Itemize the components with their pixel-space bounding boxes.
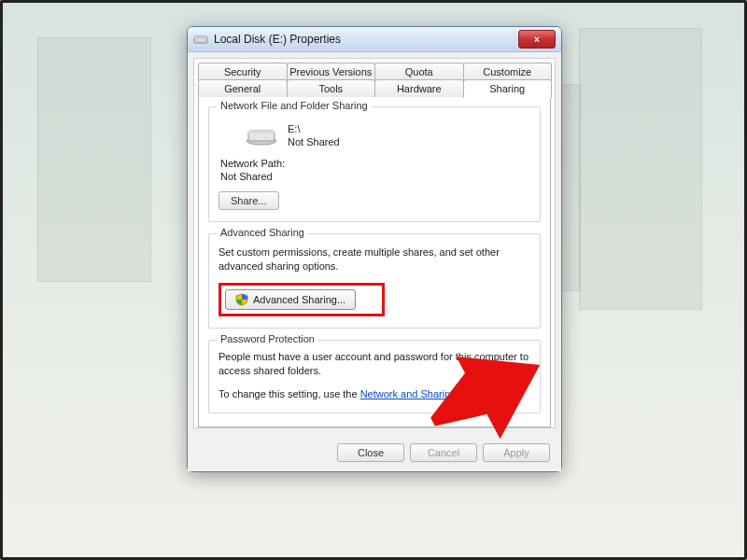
apply-button[interactable]: Apply xyxy=(483,443,550,462)
uac-shield-icon xyxy=(235,293,248,306)
password-line2: To change this setting, use the Network … xyxy=(218,387,530,401)
group-advanced-sharing: Advanced Sharing Set custom permissions,… xyxy=(208,233,541,329)
password-line1: People must have a user account and pass… xyxy=(218,350,530,378)
group-network-sharing: Network File and Folder Sharing E:\ Not … xyxy=(208,106,541,222)
drive-status: Not Shared xyxy=(288,135,340,148)
drive-label: E:\ xyxy=(288,122,340,135)
close-dialog-button[interactable]: Close xyxy=(337,443,404,462)
tab-customize[interactable]: Customize xyxy=(463,63,553,80)
tab-panel-sharing: Network File and Folder Sharing E:\ Not … xyxy=(198,96,551,427)
window-title: Local Disk (E:) Properties xyxy=(214,33,518,46)
password-line2-prefix: To change this setting, use the xyxy=(218,388,360,399)
tab-general[interactable]: General xyxy=(198,79,288,97)
group-password-protection: Password Protection People must have a u… xyxy=(208,340,541,413)
tab-quota[interactable]: Quota xyxy=(374,63,464,80)
tab-security[interactable]: Security xyxy=(198,63,288,80)
cancel-button[interactable]: Cancel xyxy=(410,443,477,462)
group-title-network: Network File and Folder Sharing xyxy=(217,100,372,111)
tab-hardware[interactable]: Hardware xyxy=(374,79,464,97)
svg-rect-1 xyxy=(194,36,207,38)
tab-tools[interactable]: Tools xyxy=(287,79,376,97)
close-icon: × xyxy=(534,35,540,45)
share-button[interactable]: Share... xyxy=(218,191,279,210)
close-button[interactable]: × xyxy=(518,30,556,49)
titlebar[interactable]: Local Disk (E:) Properties × xyxy=(188,27,561,52)
advanced-description: Set custom permissions, create multiple … xyxy=(218,245,530,273)
tab-strip: Security Previous Versions Quota Customi… xyxy=(194,59,555,427)
drive-icon xyxy=(193,34,208,45)
highlight-box: Advanced Sharing... xyxy=(218,283,385,316)
drive-large-icon xyxy=(245,125,278,146)
dialog-footer: Close Cancel Apply xyxy=(188,434,561,471)
properties-dialog: Local Disk (E:) Properties × Security Pr… xyxy=(187,26,562,472)
advanced-sharing-button[interactable]: Advanced Sharing... xyxy=(225,289,356,310)
advanced-sharing-label: Advanced Sharing... xyxy=(253,294,345,305)
dialog-body: Security Previous Versions Quota Customi… xyxy=(193,58,556,428)
svg-rect-4 xyxy=(248,131,275,133)
group-title-password: Password Protection xyxy=(217,333,318,344)
tab-previous-versions[interactable]: Previous Versions xyxy=(287,63,376,80)
network-sharing-center-link[interactable]: Network and Sharing Center xyxy=(360,388,489,399)
group-title-advanced: Advanced Sharing xyxy=(217,227,308,238)
tab-sharing[interactable]: Sharing xyxy=(463,79,553,98)
network-path-label: Network Path: xyxy=(220,158,530,169)
network-path-value: Not Shared xyxy=(220,171,530,182)
password-line2-suffix: . xyxy=(489,388,492,399)
